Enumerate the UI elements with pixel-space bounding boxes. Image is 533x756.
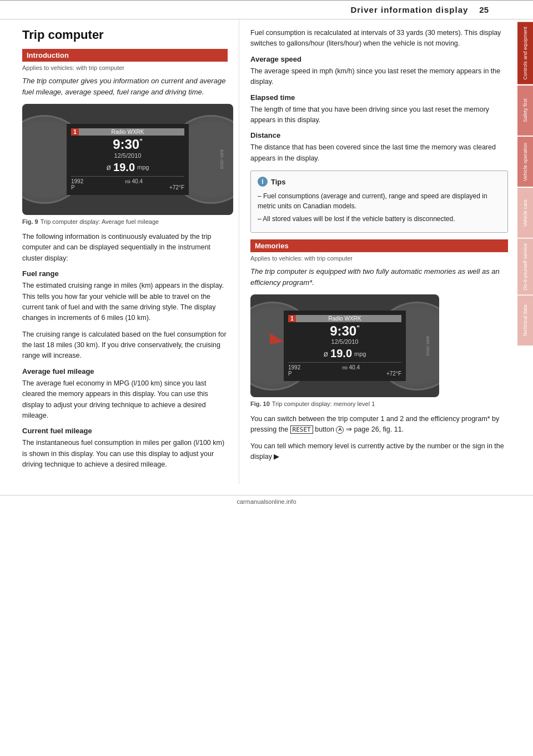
time-display1: 9:30" (71, 137, 184, 152)
subsection-title-current-fuel: Current fuel mileage (22, 427, 228, 435)
main-content: Trip computer Introduction Applies to ve… (0, 19, 516, 484)
side-tab-controls[interactable]: Controls and equipment (517, 22, 533, 84)
side-tab-vehicle-care[interactable]: Vehicle care (517, 188, 533, 238)
header-title: Driver information display (350, 5, 468, 14)
radio-label2: Radio WXRK (288, 315, 401, 322)
mpg-row1: ø 19.0 mpg (71, 161, 184, 174)
tips-list: Fuel consumptions (average and current),… (258, 191, 501, 224)
side-tab-safety[interactable]: Safety first (517, 86, 533, 136)
elapsed-time-title: Elapsed time (250, 93, 508, 102)
memories-applies-text: Applies to vehicles: with trip computer (250, 255, 508, 262)
body-text1: The following information is continuousl… (22, 232, 228, 264)
avg-fuel-text: The average fuel economy in MPG (l/100 k… (22, 378, 228, 422)
side-tab-technical[interactable]: Technical data (517, 296, 533, 346)
right-column: Fuel consumption is recalculated at inte… (239, 19, 516, 484)
body-final: You can tell which memory level is curre… (250, 441, 508, 463)
watermark1: B8R-0508 (220, 149, 224, 169)
distance-text: The distance that has been covered since… (250, 142, 508, 164)
tips-box: i Tips Fuel consumptions (average and cu… (250, 171, 508, 233)
memories-section-header: Memories (250, 239, 508, 252)
current-fuel-text: The instantaneous fuel consumption in mi… (22, 438, 228, 470)
display-inner: 1 Radio WXRK 9:30" 12/5/2010 ø 19.0 mpg … (22, 104, 233, 215)
body-after-fig: You can switch between the trip computer… (250, 414, 508, 435)
info-icon: i (258, 177, 268, 187)
figure1-display: 1 Radio WXRK 9:30" 12/5/2010 ø 19.0 mpg … (22, 104, 233, 215)
distance-title: Distance (250, 131, 508, 139)
side-tabs: Controls and equipment Safety first Vehi… (517, 22, 533, 346)
reset-key: RESET (290, 425, 313, 434)
footer-url: carmanualsonline.info (237, 498, 296, 505)
watermark2: B8R-0509 (426, 336, 430, 356)
display-screen1: 1 Radio WXRK 9:30" 12/5/2010 ø 19.0 mpg … (67, 124, 189, 194)
radio-label1: Radio WXRK (71, 128, 184, 136)
figure1-caption: Fig. 9 Trip computer display: Average fu… (22, 218, 228, 225)
bottom-row2: 1992 mi 40.4 (288, 362, 401, 371)
page-number: 25 (479, 5, 489, 14)
tip-item-1: Fuel consumptions (average and current),… (258, 191, 501, 211)
figure2-caption: Fig. 10 Trip computer display: memory le… (250, 400, 508, 407)
page-title: Trip computer (22, 28, 228, 42)
bottom-row1: 1992 mi 40.4 (71, 176, 184, 184)
time-display2: 9:30" (288, 324, 401, 338)
display-inner2: 1 Radio WXRK 9:30" 12/5/2010 ø 19.0 mpg … (250, 294, 439, 397)
tip-item-2: All stored values will be lost if the ve… (258, 214, 501, 224)
right-intro-text: Fuel consumption is recalculated at inte… (250, 28, 508, 49)
page-header: Driver information display 25 (0, 1, 533, 19)
intro-section-header: Introduction (22, 49, 228, 62)
intro-applies-text: Applies to vehicles: with trip computer (22, 64, 228, 71)
fuel-range-text2: The cruising range is calculated based o… (22, 329, 228, 362)
subsection-title-avg-fuel: Average fuel mileage (22, 367, 228, 376)
subsection-title-fuel-range: Fuel range (22, 269, 228, 278)
avg-speed-text: The average speed in mph (km/h) since yo… (250, 66, 508, 88)
display-screen2: 1 Radio WXRK 9:30" 12/5/2010 ø 19.0 mpg … (284, 311, 406, 381)
fuel-range-text: The estimated cruising range in miles (k… (22, 281, 228, 324)
circle-a: A (336, 426, 344, 434)
intro-italic-text: The trip computer gives you information … (22, 76, 228, 97)
channel-badge2: 1 (288, 315, 296, 322)
bottom-row2b: P +72°F (288, 371, 401, 377)
channel-badge1: 1 (71, 128, 79, 136)
tips-header: i Tips (258, 177, 501, 187)
elapsed-time-text: The length of time that you have been dr… (250, 104, 508, 126)
avg-speed-title: Average speed (250, 55, 508, 63)
mpg-row2: ø 19.0 mpg (288, 347, 401, 360)
date-display2: 12/5/2010 (288, 338, 401, 345)
bottom-row1b: P +72°F (71, 184, 184, 191)
footer: carmanualsonline.info (0, 495, 533, 508)
left-column: Trip computer Introduction Applies to ve… (0, 19, 239, 484)
side-tab-diy[interactable]: Do-it-yourself service (517, 239, 533, 295)
arrow-indicator (267, 328, 289, 352)
figure2-display: 1 Radio WXRK 9:30" 12/5/2010 ø 19.0 mpg … (250, 294, 439, 397)
date-display1: 12/5/2010 (71, 152, 184, 159)
side-tab-vehicle-op[interactable]: Vehicle operation (517, 137, 533, 187)
memories-intro: The trip computer is equipped with two f… (250, 266, 508, 288)
